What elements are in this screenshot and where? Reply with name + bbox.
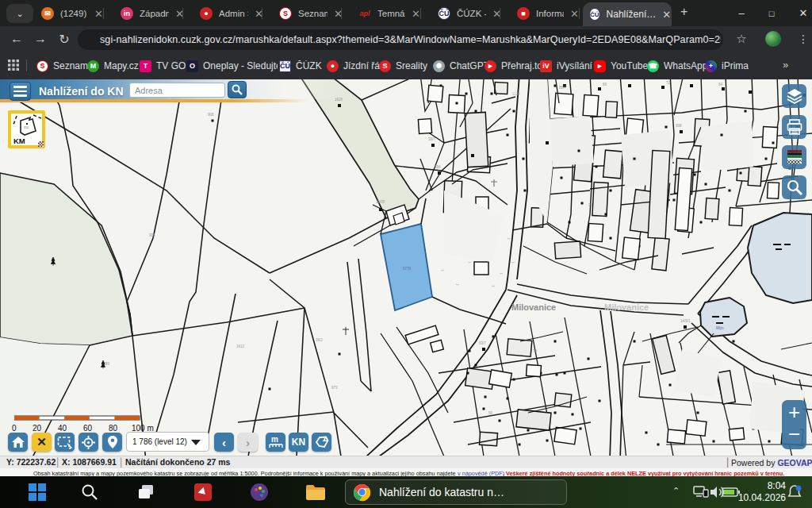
svg-text:998: 998 bbox=[676, 124, 682, 128]
svg-text:64: 64 bbox=[718, 83, 723, 87]
svg-text:908: 908 bbox=[208, 113, 214, 117]
svg-text:16/2: 16/2 bbox=[316, 338, 323, 342]
svg-text:50: 50 bbox=[488, 411, 493, 415]
svg-text:1124: 1124 bbox=[512, 92, 520, 96]
svg-text:908: 908 bbox=[149, 233, 155, 237]
svg-text:350: 350 bbox=[24, 126, 29, 129]
svg-text:38/05: 38/05 bbox=[376, 200, 385, 204]
svg-text:88/7: 88/7 bbox=[559, 86, 566, 90]
svg-text:994: 994 bbox=[435, 165, 441, 169]
svg-text:6779: 6779 bbox=[403, 267, 412, 271]
svg-text:m: m bbox=[271, 435, 278, 444]
svg-text:14/5/1: 14/5/1 bbox=[680, 319, 691, 323]
svg-text:35: 35 bbox=[588, 203, 593, 207]
svg-text:1612: 1612 bbox=[236, 344, 245, 348]
svg-text:Milovanice: Milovanice bbox=[511, 302, 556, 312]
svg-text:39/7: 39/7 bbox=[428, 137, 435, 141]
svg-text:63/7: 63/7 bbox=[479, 341, 486, 345]
svg-text:79: 79 bbox=[533, 349, 538, 353]
svg-text:89: 89 bbox=[603, 83, 607, 87]
svg-text:72: 72 bbox=[666, 81, 671, 85]
svg-text:Mlýn: Mlýn bbox=[716, 326, 724, 330]
svg-text:Milovanice: Milovanice bbox=[604, 302, 649, 312]
svg-text:973: 973 bbox=[331, 386, 338, 390]
